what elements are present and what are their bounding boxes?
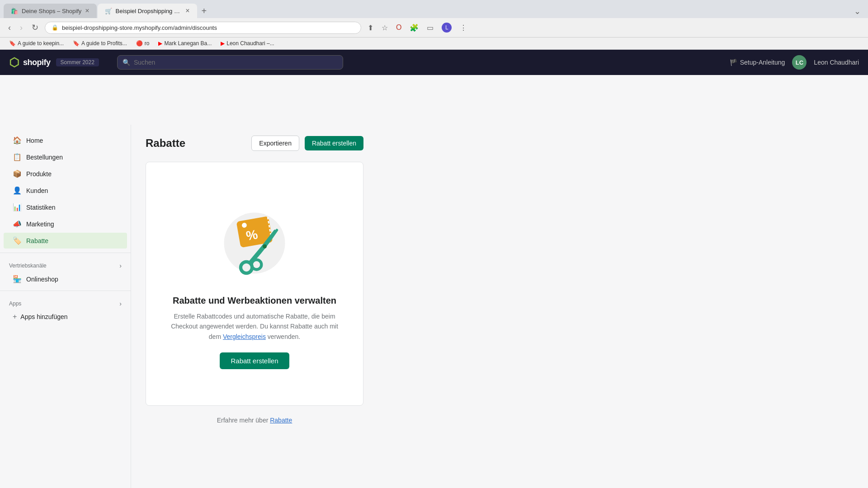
- apps-arrow[interactable]: ›: [119, 300, 122, 307]
- empty-state-illustration: %: [214, 198, 295, 281]
- back-button[interactable]: ‹: [5, 21, 14, 34]
- customers-icon: 👤: [13, 186, 22, 195]
- tab-1-close[interactable]: ×: [85, 7, 89, 14]
- sidebar-spacer: [0, 324, 131, 488]
- browser-chrome: 🛍️ Deine Shops – Shopify × 🛒 Beispiel Dr…: [0, 0, 868, 50]
- topbar-search-input[interactable]: [117, 55, 343, 70]
- store-badge: Sommer 2022: [56, 58, 99, 66]
- sidebar-item-apps-hinzufuegen[interactable]: + Apps hinzufügen: [4, 310, 127, 324]
- empty-state: % Rabatte un: [146, 162, 363, 405]
- orders-icon: 📋: [13, 153, 22, 161]
- sidebar-item-marketing-label: Marketing: [26, 221, 54, 228]
- vertriebskanaele-arrow[interactable]: ›: [119, 262, 122, 269]
- tab-2-label: Beispiel Dropshipping Store · R...: [116, 8, 182, 14]
- svg-text:%: %: [245, 227, 259, 243]
- bookmark-4[interactable]: ▶ Mark Lanegan Ba...: [155, 39, 215, 47]
- sidebar-divider-2: [0, 291, 131, 291]
- tab-1-favicon: 🛍️: [11, 8, 18, 14]
- content-area: Rabatte Exportieren Rabatt erstellen: [131, 125, 378, 488]
- sidebar-item-onlineshop-label: Onlineshop: [26, 276, 58, 283]
- create-discount-button-header[interactable]: Rabatt erstellen: [305, 136, 363, 150]
- page-header: Rabatte Exportieren Rabatt erstellen: [146, 136, 363, 151]
- tab-dropdown-button[interactable]: ⌄: [850, 5, 864, 18]
- export-button[interactable]: Exportieren: [251, 136, 299, 151]
- create-discount-button-empty-state[interactable]: Rabatt erstellen: [220, 352, 289, 369]
- tab-2-close[interactable]: ×: [185, 7, 189, 14]
- share-button[interactable]: ⬆: [365, 22, 376, 34]
- sidebar-item-statistiken[interactable]: 📊 Statistiken: [4, 199, 127, 215]
- sidebar-item-produkte-label: Produkte: [26, 170, 52, 178]
- onlineshop-icon: 🏪: [13, 275, 22, 283]
- bookmark-2-favicon: 🔖: [73, 40, 80, 47]
- sidebar-item-rabatte-label: Rabatte: [26, 237, 48, 244]
- discounts-card: % Rabatte un: [146, 162, 363, 406]
- setup-link[interactable]: 🏴 Setup-Anleitung: [730, 59, 785, 66]
- sidebar-item-statistiken-label: Statistiken: [26, 204, 56, 211]
- forward-button[interactable]: ›: [17, 21, 25, 34]
- products-icon: 📦: [13, 169, 22, 178]
- bookmark-5-label: Leon Chaudhari –...: [226, 40, 274, 47]
- user-avatar[interactable]: LC: [792, 55, 807, 70]
- sidebar-item-home[interactable]: 🏠 Home: [4, 132, 127, 148]
- svg-point-7: [263, 244, 267, 249]
- extensions-button[interactable]: 🧩: [407, 22, 421, 34]
- user-name[interactable]: Leon Chaudhari: [814, 59, 859, 66]
- tab-1[interactable]: 🛍️ Deine Shops – Shopify ×: [4, 4, 97, 18]
- lock-icon: 🔒: [52, 24, 58, 31]
- shopify-logo: ⬡ shopify: [9, 56, 51, 70]
- bookmark-4-favicon: ▶: [158, 40, 162, 47]
- apps-label: Apps: [9, 300, 21, 307]
- apps-hinzufuegen-label: Apps hinzufügen: [20, 313, 67, 320]
- sidebar-item-bestellungen-label: Bestellungen: [26, 154, 63, 161]
- shopify-logo-icon: ⬡: [9, 56, 19, 70]
- sidebar-item-kunden-label: Kunden: [26, 187, 48, 194]
- user-initials: LC: [796, 59, 803, 66]
- bookmark-button[interactable]: ☆: [379, 22, 391, 34]
- app-container: ⬡ shopify Sommer 2022 🔍 🏴 Setup-Anleitun…: [0, 50, 868, 488]
- bookmark-5[interactable]: ▶ Leon Chaudhari –...: [217, 39, 278, 47]
- address-text: beispiel-dropshipping-store.myshopify.co…: [62, 24, 217, 31]
- opera-button[interactable]: O: [393, 22, 404, 33]
- bookmark-2[interactable]: 🔖 A guide to Profits...: [69, 39, 131, 47]
- new-tab-button[interactable]: +: [198, 4, 211, 18]
- bookmark-3[interactable]: 🔴 ro: [132, 39, 153, 47]
- tab-bar: 🛍️ Deine Shops – Shopify × 🛒 Beispiel Dr…: [0, 0, 868, 18]
- discounts-icon: 🏷️: [13, 236, 22, 245]
- menu-button[interactable]: ⋮: [457, 22, 470, 34]
- sidebar-divider-1: [0, 253, 131, 253]
- sidebar-item-marketing[interactable]: 📣 Marketing: [4, 216, 127, 232]
- sidebar-toggle[interactable]: ▭: [424, 22, 436, 34]
- sidebar-item-onlineshop[interactable]: 🏪 Onlineshop: [4, 272, 127, 286]
- user-profile-button[interactable]: L: [439, 21, 454, 34]
- topbar-search-icon: 🔍: [123, 59, 130, 66]
- marketing-icon: 📣: [13, 220, 22, 228]
- address-bar[interactable]: 🔒 beispiel-dropshipping-store.myshopify.…: [45, 22, 361, 34]
- reload-button[interactable]: ↻: [29, 21, 41, 34]
- topbar-search: 🔍: [117, 55, 343, 70]
- bookmark-4-label: Mark Lanegan Ba...: [164, 40, 212, 47]
- navigation-bar: ‹ › ↻ 🔒 beispiel-dropshipping-store.mysh…: [0, 18, 868, 38]
- sidebar-item-kunden[interactable]: 👤 Kunden: [4, 183, 127, 198]
- vertriebskanaele-label: Vertriebskanäle: [9, 263, 47, 269]
- bookmark-1[interactable]: 🔖 A guide to keepin...: [5, 39, 67, 47]
- learn-more-section: Erfahre mehr über Rabatte: [146, 417, 363, 424]
- sidebar-item-rabatte[interactable]: 🏷️ Rabatte: [4, 233, 127, 249]
- bookmark-2-label: A guide to Profits...: [81, 40, 127, 47]
- main-layout: 🏠 Home 📋 Bestellungen 📦 Produkte 👤 Kunde…: [0, 125, 378, 488]
- bookmark-3-label: ro: [145, 40, 150, 47]
- vertriebskanaele-section: Vertriebskanäle ›: [0, 257, 131, 271]
- sidebar-item-produkte[interactable]: 📦 Produkte: [4, 166, 127, 182]
- tab-1-label: Deine Shops – Shopify: [22, 8, 81, 14]
- empty-state-description: Erstelle Rabattcodes und automatische Ra…: [164, 311, 345, 342]
- tab-2-favicon: 🛒: [105, 8, 112, 14]
- add-icon: +: [13, 313, 17, 321]
- shopify-topbar: ⬡ shopify Sommer 2022 🔍 🏴 Setup-Anleitun…: [0, 50, 868, 75]
- sidebar: 🏠 Home 📋 Bestellungen 📦 Produkte 👤 Kunde…: [0, 125, 131, 488]
- bookmark-1-favicon: 🔖: [9, 40, 16, 47]
- sidebar-item-bestellungen[interactable]: 📋 Bestellungen: [4, 149, 127, 165]
- tab-2[interactable]: 🛒 Beispiel Dropshipping Store · R... ×: [98, 4, 197, 18]
- nav-actions: ⬆ ☆ O 🧩 ▭ L ⋮: [365, 21, 470, 34]
- rabatte-learn-more-link[interactable]: Rabatte: [270, 417, 292, 424]
- bookmark-3-favicon: 🔴: [136, 40, 143, 47]
- vergleichspreis-link[interactable]: Vergleichspreis: [223, 333, 266, 340]
